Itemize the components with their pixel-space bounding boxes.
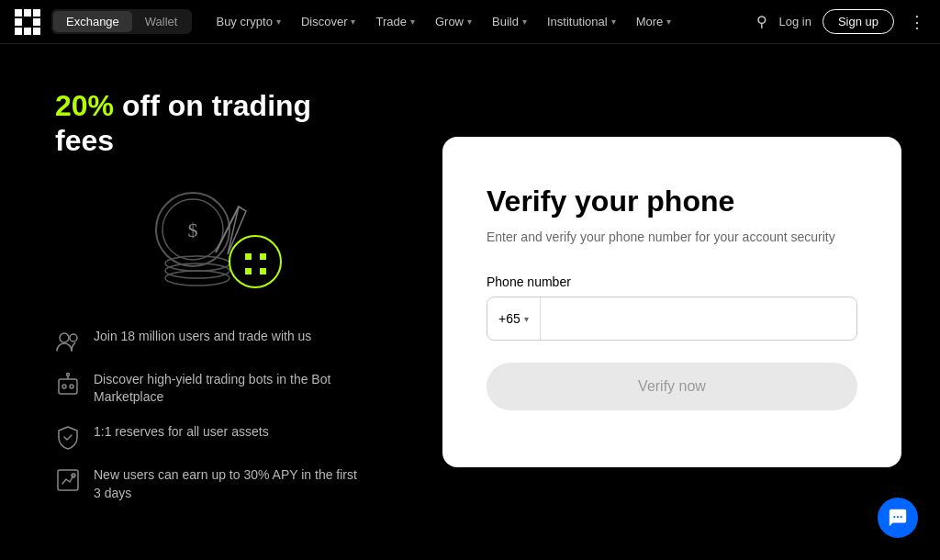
svg-marker-4 bbox=[228, 207, 246, 254]
phone-label: Phone number bbox=[487, 274, 857, 289]
chevron-down-icon: ▾ bbox=[410, 17, 415, 27]
svg-rect-17 bbox=[260, 268, 266, 274]
growth-icon bbox=[55, 467, 81, 493]
form-card: Verify your phone Enter and verify your … bbox=[442, 137, 901, 467]
hero-accent: 20% bbox=[55, 89, 114, 122]
nav-right: ⚲ Log in Sign up ⋮ bbox=[756, 9, 925, 34]
hero-title: 20% off on trading fees bbox=[55, 88, 367, 159]
feature-text-3: 1:1 reserves for all user assets bbox=[94, 423, 269, 442]
verify-now-button[interactable]: Verify now bbox=[487, 363, 857, 410]
chevron-down-icon: ▾ bbox=[524, 314, 529, 324]
nav-tab-exchange[interactable]: Exchange bbox=[53, 11, 132, 32]
svg-rect-20 bbox=[59, 379, 77, 394]
users-icon bbox=[55, 329, 81, 354]
form-title: Verify your phone bbox=[487, 185, 857, 218]
svg-point-8 bbox=[229, 236, 281, 287]
login-button[interactable]: Log in bbox=[778, 15, 811, 28]
nav-menu-discover[interactable]: Discover ▾ bbox=[292, 11, 365, 32]
chat-button[interactable] bbox=[878, 498, 918, 538]
nav-menu-more[interactable]: More ▾ bbox=[627, 11, 681, 32]
chevron-down-icon: ▾ bbox=[351, 17, 355, 27]
nav-tab-wallet[interactable]: Wallet bbox=[132, 11, 191, 32]
chevron-down-icon: ▾ bbox=[522, 17, 527, 27]
feature-text-2: Discover high-yield trading bots in the … bbox=[94, 371, 367, 407]
chevron-down-icon: ▾ bbox=[611, 17, 616, 27]
navbar: Exchange Wallet Buy crypto ▾ Discover ▾ … bbox=[0, 0, 940, 44]
svg-point-29 bbox=[901, 516, 902, 518]
nav-menu-grow[interactable]: Grow ▾ bbox=[426, 11, 481, 32]
feature-item: Discover high-yield trading bots in the … bbox=[55, 371, 367, 407]
features-list: Join 18 million users and trade with us … bbox=[55, 328, 367, 502]
nav-menu: Buy crypto ▾ Discover ▾ Trade ▾ Grow ▾ B… bbox=[207, 11, 756, 32]
chevron-down-icon: ▾ bbox=[666, 17, 671, 27]
search-icon[interactable]: ⚲ bbox=[756, 13, 767, 30]
nav-menu-institutional[interactable]: Institutional ▾ bbox=[538, 11, 625, 32]
svg-point-24 bbox=[67, 373, 70, 375]
form-subtitle: Enter and verify your phone number for y… bbox=[487, 228, 857, 247]
country-code-selector[interactable]: +65 ▾ bbox=[487, 297, 541, 340]
svg-point-19 bbox=[70, 334, 77, 342]
feature-text-4: New users can earn up to 30% APY in the … bbox=[94, 466, 367, 502]
feature-text-1: Join 18 million users and trade with us bbox=[94, 328, 311, 346]
svg-rect-12 bbox=[245, 261, 252, 267]
svg-rect-13 bbox=[252, 261, 259, 267]
svg-rect-10 bbox=[252, 253, 259, 260]
main-content: 20% off on trading fees $ bbox=[0, 44, 940, 560]
nav-menu-trade[interactable]: Trade ▾ bbox=[366, 11, 423, 32]
signup-button[interactable]: Sign up bbox=[822, 9, 894, 34]
svg-point-21 bbox=[62, 385, 66, 388]
chevron-down-icon: ▾ bbox=[276, 17, 281, 27]
right-panel: Verify your phone Enter and verify your … bbox=[404, 44, 940, 560]
left-panel: 20% off on trading fees $ bbox=[0, 44, 404, 560]
chat-icon bbox=[888, 508, 908, 528]
svg-rect-16 bbox=[252, 268, 259, 274]
svg-rect-14 bbox=[260, 261, 266, 267]
feature-item: New users can earn up to 30% APY in the … bbox=[55, 466, 367, 502]
nav-menu-build[interactable]: Build ▾ bbox=[483, 11, 536, 32]
phone-input-wrapper: +65 ▾ bbox=[487, 297, 857, 341]
feature-item: 1:1 reserves for all user assets bbox=[55, 423, 367, 450]
chevron-down-icon: ▾ bbox=[467, 17, 472, 27]
okx-logo bbox=[15, 9, 40, 35]
svg-rect-15 bbox=[245, 268, 252, 274]
svg-point-22 bbox=[70, 385, 73, 388]
nav-menu-buy-crypto[interactable]: Buy crypto ▾ bbox=[207, 11, 289, 32]
svg-rect-11 bbox=[260, 253, 266, 260]
illustration: $ bbox=[55, 179, 367, 298]
phone-number-input[interactable] bbox=[541, 297, 856, 340]
svg-point-28 bbox=[897, 516, 899, 518]
shield-icon bbox=[55, 424, 81, 450]
svg-point-27 bbox=[893, 516, 895, 518]
svg-rect-9 bbox=[245, 253, 252, 260]
feature-item: Join 18 million users and trade with us bbox=[55, 328, 367, 354]
country-code-value: +65 bbox=[498, 311, 520, 326]
bot-icon bbox=[55, 372, 81, 398]
hamburger-icon[interactable]: ⋮ bbox=[909, 12, 925, 32]
nav-tabs: Exchange Wallet bbox=[51, 9, 192, 34]
svg-point-18 bbox=[60, 333, 69, 342]
svg-text:$: $ bbox=[188, 218, 198, 241]
